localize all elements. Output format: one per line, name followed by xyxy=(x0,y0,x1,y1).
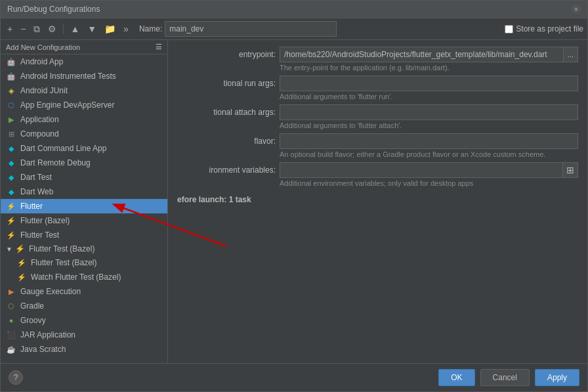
sidebar-item-watch-flutter[interactable]: ⚡ Watch Flutter Test (Bazel) xyxy=(1,270,167,284)
flutter-test-bazel-sub-icon: ⚡ xyxy=(16,257,27,268)
apply-button[interactable]: Apply xyxy=(535,369,579,386)
sidebar-item-dart-test[interactable]: ◆ Dart Test xyxy=(1,170,167,185)
jar-icon: ⬛ xyxy=(6,330,16,340)
android-instrumented-icon: 🤖 xyxy=(6,71,16,81)
sidebar-item-flutter-test[interactable]: ⚡ Flutter Test xyxy=(1,228,167,242)
main-area: Add New Configuration ☰ 🤖 Android App 🤖 … xyxy=(1,40,587,363)
close-button[interactable]: × xyxy=(572,5,581,14)
sidebar-item-compound[interactable]: ⊞ Compound xyxy=(1,127,167,141)
more-button[interactable]: » xyxy=(121,22,131,35)
watch-flutter-icon: ⚡ xyxy=(16,272,27,282)
group-collapse-icon: ▼ xyxy=(6,246,12,253)
attach-args-label: tional attach args: xyxy=(177,108,276,117)
sidebar-item-gauge[interactable]: ▶ Gauge Execution xyxy=(1,284,167,299)
before-launch-label: efore launch: 1 task xyxy=(177,195,578,204)
dart-web-icon: ◆ xyxy=(6,186,16,197)
run-args-label: tional run args: xyxy=(177,79,276,88)
sidebar: Add New Configuration ☰ 🤖 Android App 🤖 … xyxy=(1,40,168,363)
attach-args-input[interactable] xyxy=(280,104,578,120)
attach-args-hint: Additional arguments to 'flutter attach'… xyxy=(280,121,578,129)
sidebar-item-dart-remote[interactable]: ◆ Dart Remote Debug xyxy=(1,156,167,170)
env-input[interactable] xyxy=(280,162,562,178)
flavor-input[interactable] xyxy=(280,133,578,149)
dart-cmdline-icon: ◆ xyxy=(6,143,16,154)
sidebar-item-application[interactable]: ▶ Application xyxy=(1,112,167,127)
dart-test-icon: ◆ xyxy=(6,172,16,183)
bottom-left: ? xyxy=(9,370,23,385)
toolbar: + − ⧉ ⚙ ▲ ▼ 📁 » Name: Store as project f… xyxy=(1,18,587,40)
sidebar-item-jar-application[interactable]: ⬛ JAR Application xyxy=(1,328,167,342)
entrypoint-input[interactable] xyxy=(280,47,563,62)
bottom-right: OK Cancel Apply xyxy=(438,369,579,386)
title-bar: Run/Debug Configurations × xyxy=(1,1,587,18)
flutter-bazel-icon: ⚡ xyxy=(6,215,16,226)
entrypoint-row: entrypoint: ... xyxy=(177,47,578,62)
entrypoint-browse-button[interactable]: ... xyxy=(563,47,578,62)
toolbar-separator xyxy=(63,24,64,34)
sidebar-item-gradle[interactable]: ⬡ Gradle xyxy=(1,299,167,313)
store-project-label: Store as project file xyxy=(516,24,583,33)
entrypoint-hint: The entry-point for the application (e.g… xyxy=(280,64,578,72)
application-icon: ▶ xyxy=(6,114,16,125)
flutter-test-bazel-group[interactable]: ▼ ⚡ Flutter Test (Bazel) xyxy=(1,242,167,255)
junit-icon: ◈ xyxy=(6,85,16,96)
sidebar-item-dart-cmdline[interactable]: ◆ Dart Command Line App xyxy=(1,141,167,156)
sidebar-item-dart-web[interactable]: ◆ Dart Web xyxy=(1,185,167,199)
cancel-button[interactable]: Cancel xyxy=(480,369,530,386)
content-panel: entrypoint: ... The entry-point for the … xyxy=(168,40,587,363)
sidebar-item-android-instrumented[interactable]: 🤖 Android Instrumented Tests xyxy=(1,69,167,83)
sidebar-item-app-engine[interactable]: ⬡ App Engine DevAppServer xyxy=(1,98,167,112)
env-expand-button[interactable]: ⊞ xyxy=(562,162,578,178)
help-button[interactable]: ? xyxy=(9,370,23,385)
env-hint: Additional environment variables; only v… xyxy=(280,179,578,187)
settings-config-button[interactable]: ⚙ xyxy=(45,22,59,35)
groovy-icon: ● xyxy=(6,315,16,326)
java-scratch-icon: ☕ xyxy=(6,344,16,355)
sidebar-item-flutter-bazel[interactable]: ⚡ Flutter (Bazel) xyxy=(1,213,167,228)
name-input[interactable] xyxy=(165,21,337,37)
sidebar-item-groovy[interactable]: ● Groovy xyxy=(1,313,167,328)
dart-remote-icon: ◆ xyxy=(6,158,16,168)
folder-button[interactable]: 📁 xyxy=(102,22,118,35)
sidebar-item-android-app[interactable]: 🤖 Android App xyxy=(1,54,167,69)
dialog-title: Run/Debug Configurations xyxy=(7,5,100,14)
flutter-icon: ⚡ xyxy=(6,201,16,211)
bottom-bar: ? OK Cancel Apply xyxy=(1,363,587,391)
sidebar-settings-icon[interactable]: ☰ xyxy=(156,43,162,51)
entrypoint-label: entrypoint: xyxy=(177,50,276,59)
attach-args-row: tional attach args: xyxy=(177,104,578,120)
env-row: ironment variables: ⊞ xyxy=(177,162,578,178)
run-args-row: tional run args: xyxy=(177,76,578,91)
store-project-checkbox[interactable] xyxy=(505,25,513,33)
sidebar-item-flutter[interactable]: ⚡ Flutter xyxy=(1,199,167,213)
gauge-icon: ▶ xyxy=(6,286,16,297)
env-label: ironment variables: xyxy=(177,165,276,175)
flavor-label: flavor: xyxy=(177,137,276,146)
copy-config-button[interactable]: ⧉ xyxy=(31,22,43,36)
move-down-button[interactable]: ▼ xyxy=(85,22,99,35)
remove-config-button[interactable]: − xyxy=(18,22,28,35)
env-input-wrap: ⊞ xyxy=(280,162,578,178)
sidebar-header: Add New Configuration ☰ xyxy=(1,40,167,54)
sidebar-item-flutter-test-bazel[interactable]: ⚡ Flutter Test (Bazel) xyxy=(1,255,167,270)
move-up-button[interactable]: ▲ xyxy=(68,22,82,35)
compound-icon: ⊞ xyxy=(6,129,16,139)
ok-button[interactable]: OK xyxy=(438,369,474,386)
name-label: Name: xyxy=(139,24,162,33)
gradle-icon: ⬡ xyxy=(6,301,16,311)
run-args-hint: Additional arguments to 'flutter run'. xyxy=(280,93,578,100)
sidebar-item-java-scratch[interactable]: ☕ Java Scratch xyxy=(1,342,167,357)
appengine-icon: ⬡ xyxy=(6,100,16,110)
entrypoint-field-wrap: ... xyxy=(280,47,578,62)
android-icon: 🤖 xyxy=(6,56,16,67)
flutter-test-icon: ⚡ xyxy=(6,230,16,240)
sidebar-item-android-junit[interactable]: ◈ Android JUnit xyxy=(1,83,167,98)
flutter-bazel-group-icon: ⚡ xyxy=(15,244,25,253)
run-args-input[interactable] xyxy=(280,76,578,91)
flavor-hint: An optional build flavor; either a Gradl… xyxy=(280,150,578,158)
add-config-button[interactable]: + xyxy=(5,22,15,35)
flavor-row: flavor: xyxy=(177,133,578,149)
